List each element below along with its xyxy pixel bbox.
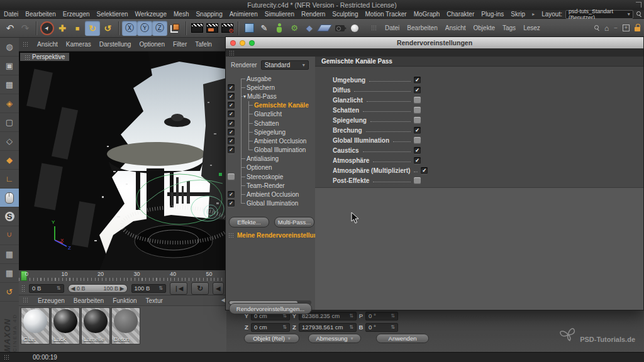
- stepper-icon[interactable]: ⇅: [54, 285, 61, 291]
- checkmark-icon[interactable]: ✓: [228, 146, 235, 153]
- tree-item-global-illumination[interactable]: ✓Global Illumination: [226, 146, 315, 155]
- tree-item-ausgabe[interactable]: Ausgabe: [226, 74, 315, 83]
- rotation-field[interactable]: 0 °⇅: [365, 323, 398, 332]
- coord-dim-dropdown[interactable]: Abmessung ▾: [308, 334, 361, 343]
- pass-row-caustics[interactable]: Caustics✓: [333, 145, 421, 155]
- menu-item-mograph[interactable]: MoGraph: [414, 11, 440, 18]
- dialog-titlebar[interactable]: Rendervoreinstellungen: [226, 37, 643, 49]
- om-menu-item-tags[interactable]: Tags: [502, 25, 516, 31]
- stepper-icon[interactable]: ⇅: [388, 324, 395, 330]
- layer-lock-button[interactable]: ▦: [0, 264, 19, 283]
- menu-item-erzeugen[interactable]: Erzeugen: [63, 11, 90, 18]
- panel-grip[interactable]: [229, 50, 235, 55]
- menu-item-werkzeuge[interactable]: Werkzeuge: [135, 11, 167, 18]
- menu-item-simulieren[interactable]: Simulieren: [265, 11, 294, 18]
- om-menu-item-lesez[interactable]: Lesez: [523, 25, 540, 31]
- edges-mode-button[interactable]: ◇: [0, 132, 19, 151]
- material-menu-item-bearbeiten[interactable]: Bearbeiten: [74, 297, 104, 304]
- environment-object-button[interactable]: ◆: [302, 21, 317, 36]
- expand-triangle-icon[interactable]: ▾: [243, 94, 246, 99]
- layer-palette-button[interactable]: ▦: [0, 245, 19, 264]
- tree-item-multi-pass[interactable]: ✓▾Multi-Pass: [226, 92, 315, 101]
- undo-button[interactable]: ↶: [3, 21, 18, 36]
- pass-row-brechung[interactable]: Brechung✓: [333, 125, 421, 135]
- om-menu-item-ansicht[interactable]: Ansicht: [445, 25, 466, 31]
- menu-item-datei[interactable]: Datei: [4, 11, 18, 18]
- layout-dropdown[interactable]: psd-tuts_Standart (Benutzer) ▾: [565, 10, 633, 19]
- pass-row-global-illumination[interactable]: Global Illumination: [333, 135, 421, 145]
- menu-item-selektieren[interactable]: Selektieren: [97, 11, 128, 18]
- apply-button[interactable]: Anwenden: [376, 334, 429, 343]
- menu-item-motion-tracker[interactable]: Motion Tracker: [365, 11, 406, 18]
- coordinate-system-button[interactable]: [167, 21, 182, 36]
- panel-grip[interactable]: [23, 41, 29, 48]
- add-primitive-button[interactable]: [242, 21, 257, 36]
- window-resize-icon[interactable]: [636, 2, 641, 8]
- enable-axis-button[interactable]: ∟: [0, 170, 19, 189]
- tree-item-schatten[interactable]: ✓Schatten: [226, 119, 315, 128]
- range-right-icon[interactable]: ▶: [120, 285, 125, 292]
- panel-grip[interactable]: [21, 285, 25, 292]
- om-menu-item-objekte[interactable]: Objekte: [474, 25, 495, 31]
- checkbox-unchecked[interactable]: [414, 177, 421, 184]
- menu-item-animieren[interactable]: Animieren: [230, 11, 258, 18]
- position-field[interactable]: 0 cm⇅: [251, 323, 290, 332]
- pass-row-glanzlicht[interactable]: Glanzlicht: [333, 95, 421, 105]
- checkbox-checked[interactable]: ✓: [421, 167, 428, 174]
- end-frame-field[interactable]: 100 B ⇅: [131, 284, 167, 293]
- pass-row-umgebung[interactable]: Umgebung✓: [333, 75, 421, 85]
- range-left-icon[interactable]: ◀: [71, 285, 75, 292]
- y-axis-lock-button[interactable]: Ⓨ: [137, 21, 152, 36]
- tree-item-antialiasing[interactable]: Antialiasing: [226, 155, 315, 163]
- size-field[interactable]: 127938.561 cm⇅: [299, 323, 357, 332]
- preset-row[interactable]: Meine Rendervoreinstellun: [228, 232, 318, 239]
- menu-item-bearbeiten[interactable]: Bearbeiten: [25, 11, 55, 18]
- panel-grip[interactable]: [23, 297, 29, 304]
- lock-icon[interactable]: [635, 27, 640, 31]
- tree-item-stereoskopie[interactable]: Stereoskopie: [226, 172, 315, 181]
- viewport-camera-label[interactable]: Perspektive: [20, 53, 69, 61]
- checkmark-icon[interactable]: ✓: [228, 191, 235, 198]
- stepper-icon[interactable]: ⇅: [347, 313, 353, 319]
- viewport-menu-item-ansicht[interactable]: Ansicht: [37, 41, 58, 48]
- menu-item-rendern[interactable]: Rendern: [301, 11, 325, 18]
- checkbox-unchecked[interactable]: [414, 107, 421, 114]
- pass-row-diffus[interactable]: Diffus✓: [333, 85, 421, 95]
- character-object-button[interactable]: [272, 21, 287, 36]
- tree-item-gemischte-kanäle[interactable]: ✓Gemischte Kanäle: [226, 101, 315, 110]
- tree-item-glanzlicht[interactable]: ✓Glanzlicht: [226, 110, 315, 119]
- camera-object-button[interactable]: [332, 21, 347, 36]
- play-loop-button[interactable]: ↻: [191, 282, 209, 295]
- checkmark-icon[interactable]: ✓: [228, 120, 235, 127]
- renderer-dropdown[interactable]: Standard ▾: [261, 60, 309, 70]
- tree-item-spiegelung[interactable]: ✓Spiegelung: [226, 128, 315, 136]
- om-menu-item-bearbeiten[interactable]: Bearbeiten: [407, 25, 437, 31]
- timeline-ruler[interactable]: 01020304050: [19, 270, 226, 282]
- move-tool-button[interactable]: ✚: [55, 21, 70, 36]
- menu-item-plug-ins[interactable]: Plug-ins: [481, 11, 504, 18]
- material-menu-item-textur[interactable]: Textur: [146, 297, 163, 304]
- panel-grip[interactable]: [371, 25, 377, 31]
- tree-item-global-illumination[interactable]: ✓Global Illumination: [226, 199, 315, 208]
- pass-row-atmosphäre-multipliziert[interactable]: Atmosphäre (Multipliziert)✓: [333, 165, 421, 175]
- menu-item-sculpting[interactable]: Sculpting: [332, 11, 358, 18]
- rotation-field[interactable]: 0 °⇅: [365, 312, 398, 321]
- panel-grip[interactable]: [4, 354, 10, 361]
- pass-row-schatten[interactable]: Schatten: [333, 105, 421, 115]
- tree-item-speichern[interactable]: ✓Speichern: [226, 83, 315, 92]
- checkbox-checked[interactable]: ✓: [414, 127, 421, 134]
- viewport-menu-item-tafeln[interactable]: Tafeln: [195, 41, 212, 48]
- checkmark-icon[interactable]: ✓: [228, 111, 235, 118]
- texture-mode-button[interactable]: ▩: [0, 75, 19, 94]
- previous-frame-button[interactable]: ◀: [213, 282, 224, 295]
- om-menu-item-datei[interactable]: Datei: [385, 25, 399, 31]
- rotate-tool-button[interactable]: ↻: [85, 21, 100, 36]
- last-tool-button[interactable]: ↺: [100, 21, 115, 36]
- material-glas[interactable]: Glas: [21, 307, 50, 344]
- material-beton[interactable]: Beton: [111, 307, 140, 344]
- checkbox-checked[interactable]: ✓: [414, 77, 421, 84]
- stepper-icon[interactable]: ⇅: [156, 285, 163, 291]
- viewport-canvas[interactable]: Perspektive: [19, 52, 226, 270]
- tree-item-ambient-occlusion[interactable]: ✓Ambient Occlusion: [226, 136, 315, 145]
- checkbox-unchecked[interactable]: [414, 117, 421, 124]
